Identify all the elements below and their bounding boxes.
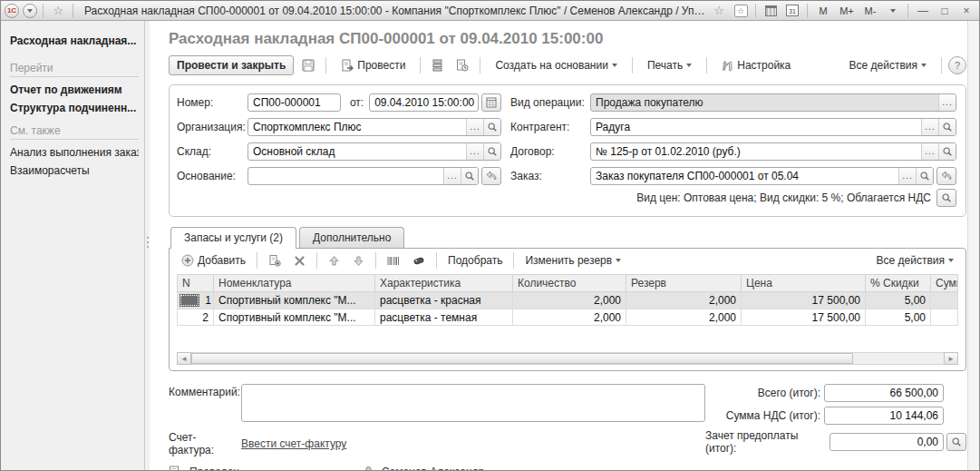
organization-field[interactable]: Спорткомплекс Плюс ... [247,118,501,136]
select-dots-button[interactable]: ... [466,143,483,160]
minimize-button[interactable]: — [914,3,932,19]
operation-field[interactable]: Продажа покупателю ... [590,93,956,112]
order-field[interactable]: Заказ покупателя СП00-000001 от 05.04 ..… [590,167,934,185]
scanner-button[interactable] [408,253,430,269]
basis-field[interactable]: ... [247,167,479,185]
move-row-down-button[interactable] [348,253,369,269]
divider [632,57,633,74]
form-toolbar: Провести и закрыть Провести Создать на о… [169,55,966,75]
col-header-discount[interactable]: % Скидки [866,275,931,292]
change-reserve-button[interactable]: Изменить резерв [520,252,626,269]
memory-m-plus-button[interactable]: M+ [837,3,857,19]
table-horizontal-scrollbar[interactable]: ◄ ► [177,352,958,365]
divider [436,252,437,269]
post-document-icon [341,59,354,72]
select-dots-button[interactable]: ... [466,119,483,135]
window-titlebar: 1С ☆ Расходная накладная СП00-000001 от … [1,1,979,21]
scroll-right-icon[interactable]: ► [944,352,958,365]
order-label: Заказ: [510,170,590,182]
add-row-button[interactable]: Добавить [177,252,250,269]
col-header-sum[interactable]: Сумма [931,275,958,292]
save-button[interactable] [297,55,319,75]
col-header-characteristic[interactable]: Характеристика [375,275,513,292]
create-based-on-button[interactable]: Создать на основании [487,55,626,75]
scroll-left-icon[interactable]: ◄ [177,352,191,365]
calendar-icon[interactable]: 31 [783,3,801,19]
maximize-button[interactable]: □ [936,3,954,19]
warehouse-field[interactable]: Основной склад ... [247,142,501,161]
more-chevron-icon[interactable] [884,3,902,19]
table-row[interactable]: 2 Спортивный комплекс "М... расцветка - … [178,309,958,326]
col-header-nomenclature[interactable]: Номенклатура [214,275,375,292]
wrench-icon [722,60,733,72]
price-terms-magnifier-button[interactable] [936,189,956,207]
enter-invoice-link[interactable]: Ввести счет-фактуру [241,437,346,450]
form-vertical-scrollbar[interactable] [967,21,979,471]
favorites-list-icon[interactable]: ☆ [732,3,750,19]
document-schedule-icon-button[interactable] [451,55,473,75]
copy-row-button[interactable] [264,252,286,269]
memory-m-button[interactable]: M [813,3,833,19]
favorites-star-icon[interactable]: ☆ [49,3,67,19]
scrollbar-thumb[interactable] [191,353,853,364]
help-button[interactable]: ? [948,56,966,74]
sidebar-item-settlements[interactable]: Взаиморасчеты [10,162,139,180]
tab-goods-and-services[interactable]: Запасы и услуги (2) [170,227,296,249]
open-magnifier-button[interactable] [483,119,500,135]
open-magnifier-button[interactable] [483,143,500,160]
calendar-grid-icon [486,97,497,108]
number-field[interactable]: СП00-000001 [247,93,341,112]
comment-field[interactable] [241,384,705,422]
memory-m-minus-button[interactable]: M- [860,3,880,19]
movements-icon-button[interactable] [427,55,448,75]
arrow-up-icon [328,255,340,267]
select-dots-button[interactable]: ... [443,168,461,184]
col-header-price[interactable]: Цена [742,275,866,292]
prepay-magnifier-button[interactable] [946,433,966,451]
chevron-down-icon [616,259,621,262]
delete-row-button[interactable] [289,253,310,269]
select-dots-button[interactable]: ... [921,119,938,135]
all-actions-button[interactable]: Все действия [841,55,935,75]
add-favorite-icon[interactable]: ☆ [710,3,728,19]
col-header-reserve[interactable]: Резерв [626,275,742,292]
open-magnifier-button[interactable] [916,168,933,184]
counterparty-field[interactable]: Радуга ... [590,118,956,136]
document-form: Расходная накладная СП00-000001 от 09.04… [150,21,979,471]
date-field[interactable]: 09.04.2010 15:00:00 [369,93,479,112]
date-picker-button[interactable] [481,93,501,112]
table-row[interactable]: 1 Спортивный комплекс "М... расцветка - … [178,292,958,309]
pick-items-button[interactable]: Подобрать [443,252,507,269]
table-all-actions-button[interactable]: Все действия [872,252,958,269]
main-menu-button[interactable] [23,4,37,18]
sidebar-item-subordination-structure[interactable]: Структура подчиненн... [10,99,139,117]
settings-button[interactable]: Настройка [713,55,799,75]
contract-field[interactable]: № 125-р от 01.02.2010 (руб.) ... [590,142,956,161]
stack-icon [432,59,443,72]
barcode-button[interactable] [383,253,404,269]
magnifier-icon [951,437,962,447]
select-dots-button[interactable]: ... [921,143,938,160]
post-and-close-button[interactable]: Провести и закрыть [169,55,294,75]
plus-circle-icon [181,254,194,267]
print-button[interactable]: Печать [639,55,700,75]
open-magnifier-button[interactable] [461,168,478,184]
sidebar-item-current-document[interactable]: Расходная накладная... [10,32,139,54]
move-row-up-button[interactable] [324,253,344,269]
close-button[interactable]: × [957,3,975,19]
fill-from-order-button[interactable] [936,167,956,185]
calculator-icon[interactable] [762,3,780,19]
select-dots-button[interactable]: ... [898,168,916,184]
fill-from-basis-button[interactable] [481,167,501,185]
tab-additional[interactable]: Дополнительно [299,227,404,249]
col-header-quantity[interactable]: Количество [513,275,626,292]
open-magnifier-button[interactable] [938,143,956,160]
select-dots-button[interactable]: ... [938,94,956,111]
author-text: Семенов Александр [382,466,484,471]
post-button[interactable]: Провести [333,55,413,75]
sidebar-item-movements-report[interactable]: Отчет по движениям [10,81,139,99]
open-magnifier-button[interactable] [938,119,956,135]
col-header-n[interactable]: N [178,275,214,292]
document-clock-icon [456,59,469,72]
sidebar-item-order-analysis[interactable]: Анализ выполнения заказа [10,143,139,162]
